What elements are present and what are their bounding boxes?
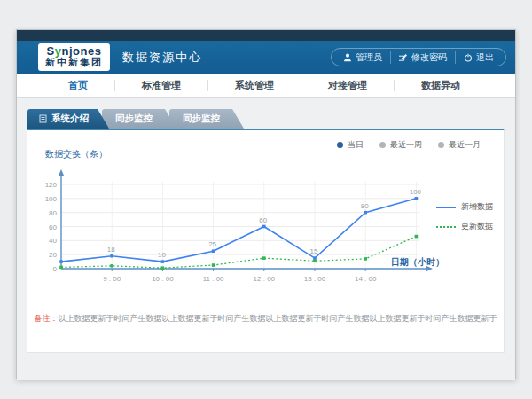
- svg-text:10 : 00: 10 : 00: [152, 275, 174, 283]
- chart-panel: 当日 最近一周 最近一月 数据交换（条） 0204060801001209 : …: [27, 129, 505, 353]
- svg-text:12 : 00: 12 : 00: [254, 275, 276, 283]
- x-axis-title: 日期（小时）: [391, 256, 444, 269]
- nav-item-data-change[interactable]: 数据异动: [395, 79, 487, 92]
- tab-bar: 系统介绍 同步监控 同步监控: [27, 109, 515, 129]
- logo-text-en: Synjones: [45, 45, 103, 58]
- nav-item-standard-mgmt[interactable]: 标准管理: [115, 79, 207, 92]
- content-area: 系统介绍 同步监控 同步监控 当日 最近一周: [17, 98, 515, 380]
- tab-sync-monitor-1[interactable]: 同步监控: [102, 109, 176, 129]
- svg-text:40: 40: [49, 237, 57, 245]
- svg-text:14 : 00: 14 : 00: [355, 275, 377, 283]
- svg-text:11 : 00: 11 : 00: [203, 275, 224, 283]
- user-icon: [343, 53, 352, 62]
- y-axis-title: 数据交换（条）: [45, 148, 107, 160]
- legend-new-data[interactable]: 新增数据: [436, 201, 493, 213]
- page-title: 数据资源中心: [122, 50, 202, 66]
- legend-updated-data[interactable]: 更新数据: [436, 221, 493, 232]
- radio-dot: [379, 142, 386, 148]
- radio-dot: [337, 142, 343, 148]
- svg-text:100: 100: [45, 195, 58, 203]
- note-label: 备注：: [35, 314, 59, 323]
- svg-text:15: 15: [310, 247, 318, 255]
- nav-item-system-mgmt[interactable]: 系统管理: [208, 79, 301, 92]
- company-logo: Synjones 新中新集团: [38, 43, 110, 70]
- time-range-filters: 当日 最近一周 最近一月: [337, 139, 481, 151]
- change-password-button[interactable]: 修改密码: [390, 51, 455, 64]
- radio-dot: [438, 142, 444, 148]
- footer-note: 备注：以上数据更新于时间产生数据以上数据更新于时间产生数据以上数据更新于时间产生…: [27, 313, 504, 325]
- nav-item-home[interactable]: 首页: [42, 79, 114, 92]
- current-user-button[interactable]: 管理员: [335, 51, 390, 64]
- svg-text:13 : 00: 13 : 00: [304, 275, 326, 283]
- logout-button[interactable]: 退出: [455, 51, 502, 64]
- edit-icon: [399, 53, 408, 62]
- tab-sync-monitor-2[interactable]: 同步监控: [169, 109, 244, 129]
- app-header: Synjones 新中新集团 数据资源中心 管理员 修改密码 退出: [17, 41, 515, 74]
- user-toolbar: 管理员 修改密码 退出: [331, 48, 506, 66]
- solid-line-swatch: [436, 207, 456, 208]
- svg-text:20: 20: [49, 251, 57, 259]
- filter-last-month[interactable]: 最近一月: [438, 139, 481, 151]
- svg-text:9 : 00: 9 : 00: [103, 275, 121, 283]
- window-top-strip: [17, 30, 515, 41]
- series-legend: 新增数据 更新数据: [436, 201, 493, 232]
- filter-today[interactable]: 当日: [337, 139, 364, 151]
- dotted-line-swatch: [436, 226, 456, 228]
- power-icon: [464, 53, 473, 62]
- svg-text:10: 10: [158, 251, 166, 259]
- svg-text:80: 80: [49, 209, 57, 217]
- svg-text:100: 100: [410, 188, 422, 196]
- svg-text:18: 18: [107, 246, 115, 254]
- logo-text-cn: 新中新集团: [45, 58, 103, 68]
- svg-text:0: 0: [53, 265, 58, 273]
- svg-text:60: 60: [49, 223, 57, 231]
- svg-text:120: 120: [45, 181, 58, 189]
- svg-text:25: 25: [208, 240, 216, 248]
- tab-system-intro[interactable]: 系统介绍: [27, 109, 109, 129]
- svg-text:80: 80: [361, 202, 369, 210]
- nav-item-interface-mgmt[interactable]: 对接管理: [301, 79, 394, 92]
- app-window: Synjones 新中新集团 数据资源中心 管理员 修改密码 退出 首页 标准管…: [16, 29, 516, 379]
- note-text: 以上数据更新于时间产生数据以上数据更新于时间产生数据以上数据更新于时间产生数据以…: [59, 314, 497, 323]
- svg-text:60: 60: [259, 216, 267, 224]
- main-nav: 首页 标准管理 系统管理 对接管理 数据异动: [17, 74, 515, 98]
- filter-last-week[interactable]: 最近一周: [379, 139, 422, 151]
- document-icon: [39, 114, 47, 123]
